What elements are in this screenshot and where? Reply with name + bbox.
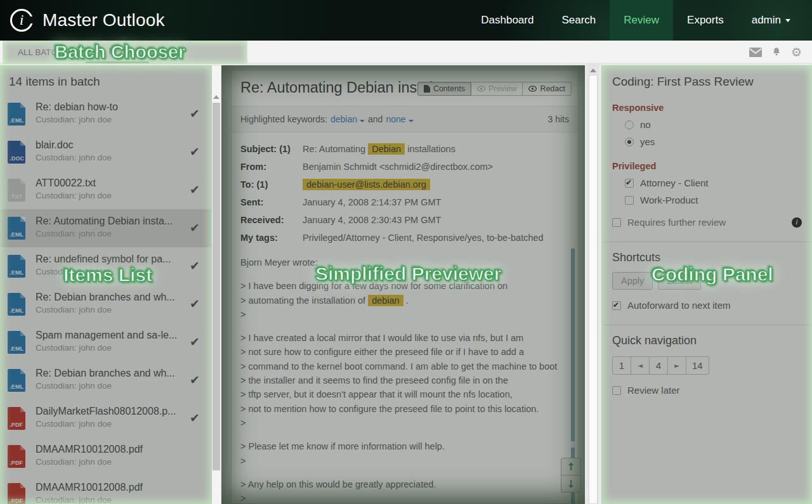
items-list-scrollbar[interactable] (212, 66, 221, 504)
nav-search[interactable]: Search (547, 0, 610, 41)
page-number-button[interactable]: 4 (649, 356, 668, 375)
latest-button[interactable]: Latest (658, 272, 701, 290)
scroll-up-icon[interactable] (590, 68, 596, 72)
item-custodian: Custodian: john doe (36, 305, 186, 314)
file-type-icon: .EML (8, 369, 25, 392)
page-number-button[interactable]: 1 (612, 356, 631, 375)
shortcuts-heading: Shortcuts (612, 251, 802, 264)
checkbox-requires-further-review[interactable]: Requires further review i (612, 217, 802, 228)
keyword-dropdown-2[interactable]: none (386, 114, 413, 124)
next-item-button[interactable]: ► (667, 356, 686, 375)
quick-navigation-pager: 1◄4►14 (612, 356, 802, 375)
chevron-down-icon (360, 120, 365, 122)
reviewed-check-icon: ✔ (190, 183, 200, 197)
nav-exports[interactable]: Exports (673, 0, 738, 41)
mail-icon[interactable] (749, 48, 762, 57)
metadata-row: My tags:Privileged/Attorney - Client, Re… (240, 229, 569, 247)
info-icon[interactable]: i (792, 217, 802, 228)
tab-current-batch[interactable]: FPR (86, 41, 149, 63)
coding-panel: Coding: First Pass Review Responsive no … (601, 66, 812, 504)
page-number-button[interactable]: 14 (686, 356, 709, 375)
checkbox-autoforward[interactable]: Autoforward to next item (612, 300, 802, 311)
checkbox-attorney-client[interactable]: Attorney - Client (625, 178, 802, 188)
list-item[interactable]: .PDF DMAAMR10012008.pdf Custodian: john … (0, 437, 211, 475)
item-title: Spam management and sa-le... (36, 330, 186, 341)
nav-dashboard[interactable]: Dashboard (467, 0, 547, 41)
bell-icon[interactable] (771, 46, 782, 58)
item-custodian: Custodian: john doe (36, 267, 186, 276)
item-custodian: Custodian: john doe (36, 153, 186, 162)
item-title: DMAAMR10012008.pdf (36, 444, 186, 455)
scrollbar-thumb[interactable] (589, 75, 598, 504)
file-type-icon: .EML (8, 103, 25, 126)
body-paragraph: > Any help on this would be greatly appr… (240, 477, 569, 504)
keyword-dropdown-1[interactable]: debian (331, 114, 365, 124)
list-item[interactable]: .TXT ATT00022.txt Custodian: john doe ✔ (0, 171, 211, 209)
checkbox-icon[interactable] (612, 386, 621, 395)
checkbox-icon[interactable] (625, 179, 634, 188)
checkbox-icon[interactable] (625, 196, 634, 205)
body-paragraph: > I have been digging for a few days now… (240, 279, 569, 321)
item-custodian: Custodian: john doe (36, 229, 186, 238)
app-logo-icon: i (10, 9, 33, 32)
gear-icon[interactable]: ⚙ (791, 46, 802, 58)
preview-button[interactable]: Preview (471, 82, 523, 96)
redact-button[interactable]: Redact (522, 82, 572, 96)
next-hit-button[interactable]: ↓ (561, 475, 581, 493)
item-title: blair.doc (36, 139, 186, 151)
previous-hit-button[interactable]: ↑ (561, 458, 581, 475)
item-title: DailyMarketFlash08012008.p... (36, 406, 186, 417)
item-custodian: Custodian: john doe (36, 457, 186, 467)
radio-icon[interactable] (625, 138, 634, 146)
checkbox-work-product[interactable]: Work-Product (625, 195, 802, 205)
prev-item-button[interactable]: ◄ (631, 356, 650, 375)
list-item[interactable]: .DOC blair.doc Custodian: john doe ✔ (0, 133, 211, 171)
reviewed-check-icon: ✔ (190, 107, 200, 120)
eye-icon (528, 86, 537, 92)
radio-responsive-no[interactable]: no (625, 119, 802, 130)
list-item[interactable]: .PDF DMAAMR10012008.pdf Custodian: john … (0, 475, 211, 504)
list-item[interactable]: .PDF DailyMarketFlash08012008.p... Custo… (0, 399, 211, 437)
quick-navigation-heading: Quick navigation (612, 334, 802, 347)
list-item[interactable]: .EML Re: debian how-to Custodian: john d… (0, 95, 211, 133)
page-scrollbar[interactable] (587, 63, 599, 504)
items-list: .EML Re: debian how-to Custodian: john d… (0, 95, 211, 504)
keyword-highlight: debian-user@lists.debian.org (303, 179, 430, 190)
apply-button[interactable]: Apply (612, 272, 653, 290)
nav-admin-menu[interactable]: admin (738, 0, 804, 41)
file-type-icon: .EML (8, 255, 25, 278)
list-item[interactable]: .EML Re: Debian branches and wh... Custo… (0, 285, 211, 323)
list-item[interactable]: .EML Re: undefined symbol for pa... Cust… (0, 247, 211, 285)
scrollbar-thumb[interactable] (213, 103, 220, 470)
radio-icon[interactable] (625, 120, 634, 129)
app-brand[interactable]: i Master Outlook (10, 9, 165, 32)
file-type-icon: .PDF (8, 483, 25, 504)
document-icon (424, 85, 430, 93)
nav-review[interactable]: Review (610, 0, 673, 41)
chevron-down-icon (785, 19, 790, 22)
metadata-value: January 4, 2008 2:30:43 PM GMT (303, 215, 441, 225)
metadata-value: January 4, 2008 2:14:37 PM GMT (303, 197, 441, 207)
reviewed-check-icon: ✔ (190, 259, 200, 273)
list-item[interactable]: .EML Spam management and sa-le... Custod… (0, 323, 211, 361)
checkbox-review-later[interactable]: Review later (612, 385, 802, 396)
file-type-icon: .EML (8, 331, 25, 354)
scroll-up-icon[interactable] (213, 95, 219, 99)
metadata-label: From: (240, 162, 303, 172)
hit-navigation: ↑ ↓ (561, 458, 581, 493)
file-type-icon: .DOC (8, 141, 25, 164)
up-arrow-icon: ↑ (566, 461, 575, 473)
radio-responsive-yes[interactable]: yes (625, 136, 802, 147)
checkbox-icon[interactable] (612, 301, 621, 310)
simplified-previewer-panel: Re: Automating Debian instal Contents Pr… (231, 70, 579, 504)
list-item[interactable]: .EML Re: Automating Debian insta... Cust… (0, 209, 211, 247)
item-custodian: Custodian: john doe (36, 115, 186, 124)
list-item[interactable]: .EML Re: Debian branches and wh... Custo… (0, 361, 211, 399)
checkbox-icon[interactable] (612, 218, 621, 227)
tab-all-batches[interactable]: ALL BATCHES (18, 41, 75, 63)
metadata-row: Sent:January 4, 2008 2:14:37 PM GMT (240, 193, 569, 211)
email-metadata: Subject: (1)Re: Automating Debian instal… (240, 140, 569, 247)
reviewed-check-icon: ✔ (190, 145, 200, 158)
contents-button[interactable]: Contents (417, 82, 471, 96)
file-type-icon: .TXT (8, 179, 25, 202)
